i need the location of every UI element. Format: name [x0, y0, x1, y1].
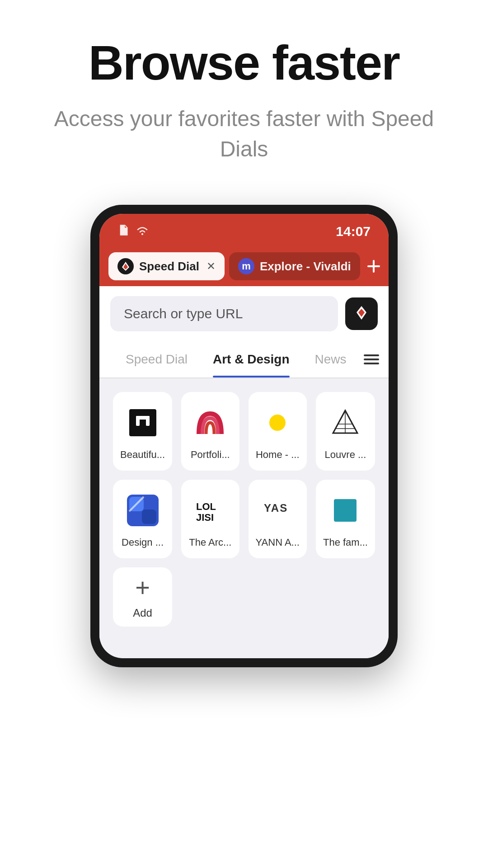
svg-rect-9: [146, 416, 150, 426]
svg-text:JISI: JISI: [196, 512, 214, 523]
speed-dial-portfoli[interactable]: Portfoli...: [181, 392, 239, 471]
svg-rect-1: [122, 231, 125, 232]
speed-dial-arc[interactable]: LOL JISI The Arc...: [181, 480, 239, 558]
speed-dial-home[interactable]: Home - ...: [249, 392, 307, 471]
speed-dial-beautifu[interactable]: Beautifu...: [113, 392, 172, 471]
speed-dial-louvre[interactable]: Louvre ...: [316, 392, 375, 471]
address-input[interactable]: Search or type URL: [110, 296, 338, 331]
menu-line-1: [364, 354, 379, 356]
tab-bar: Speed Dial ✕ m Explore - Vivaldi: [99, 246, 389, 286]
hero-title: Browse faster: [89, 36, 399, 90]
nav-tab-news[interactable]: News: [302, 341, 359, 377]
menu-line-3: [364, 363, 379, 364]
home-label: Home - ...: [256, 449, 300, 461]
add-tab-button[interactable]: [365, 255, 383, 278]
tab-explore-label: Explore - Vivaldi: [260, 259, 351, 274]
speed-dial-yann[interactable]: YAS YANN A...: [249, 480, 307, 558]
speed-dial-fam[interactable]: The fam...: [316, 480, 375, 558]
portfoli-icon: [192, 405, 228, 441]
document-icon: [117, 224, 129, 239]
portfoli-label: Portfoli...: [188, 449, 232, 461]
fam-label: The fam...: [323, 537, 368, 548]
svg-rect-0: [122, 230, 126, 231]
home-icon: [259, 405, 296, 441]
add-speed-dial-button[interactable]: + Add: [113, 567, 172, 627]
add-icon: +: [135, 575, 150, 600]
speed-dial-grid: Beautifu... Portfoli...: [99, 378, 389, 640]
tab-close-icon[interactable]: ✕: [206, 260, 216, 273]
yann-icon: YAS: [259, 492, 296, 528]
hero-section: Browse faster Access your favorites fast…: [0, 0, 488, 182]
louvre-icon: [327, 405, 363, 441]
svg-rect-22: [334, 499, 357, 522]
beautifu-label: Beautifu...: [120, 449, 165, 461]
svg-point-2: [141, 233, 143, 235]
tab-explore[interactable]: m Explore - Vivaldi: [229, 252, 360, 280]
svg-rect-18: [142, 509, 156, 524]
arc-icon: LOL JISI: [192, 492, 228, 528]
mastodon-icon: m: [238, 258, 254, 274]
svg-rect-8: [136, 416, 140, 426]
tab-speed-dial-label: Speed Dial: [139, 259, 199, 274]
phone-screen: 14:07 Speed Dial ✕: [99, 214, 389, 658]
vivaldi-icon: [117, 258, 134, 274]
design-icon: [125, 492, 161, 528]
nav-tab-speed-dial[interactable]: Speed Dial: [113, 341, 200, 377]
nav-menu-button[interactable]: [359, 350, 384, 369]
address-placeholder: Search or type URL: [124, 306, 243, 321]
phone-mockup: 14:07 Speed Dial ✕: [90, 205, 398, 667]
menu-line-2: [364, 359, 379, 360]
yann-label: YANN A...: [256, 537, 300, 548]
nav-tab-art-design[interactable]: Art & Design: [200, 341, 302, 377]
hero-subtitle: Access your favorites faster with Speed …: [27, 104, 461, 164]
arc-label: The Arc...: [188, 537, 232, 548]
address-bar-section: Search or type URL: [99, 286, 389, 341]
tab-speed-dial[interactable]: Speed Dial ✕: [108, 252, 225, 280]
bottom-padding: [99, 640, 389, 658]
phone-shell: 14:07 Speed Dial ✕: [90, 205, 398, 667]
svg-text:YAS: YAS: [264, 502, 288, 514]
svg-rect-6: [129, 409, 156, 436]
status-icons: [117, 224, 149, 239]
speed-dial-design[interactable]: Design ...: [113, 480, 172, 558]
status-bar: 14:07: [99, 214, 389, 246]
status-time: 14:07: [336, 224, 371, 239]
fam-icon: [327, 492, 363, 528]
louvre-label: Louvre ...: [323, 449, 368, 461]
design-label: Design ...: [120, 537, 165, 548]
svg-text:LOL: LOL: [196, 501, 216, 512]
beautifu-icon: [125, 405, 161, 441]
nav-tabs: Speed Dial Art & Design News: [99, 341, 389, 378]
vivaldi-button[interactable]: [345, 297, 378, 330]
svg-point-10: [269, 415, 286, 431]
add-label: Add: [133, 607, 152, 619]
wifi-icon: [136, 225, 149, 239]
